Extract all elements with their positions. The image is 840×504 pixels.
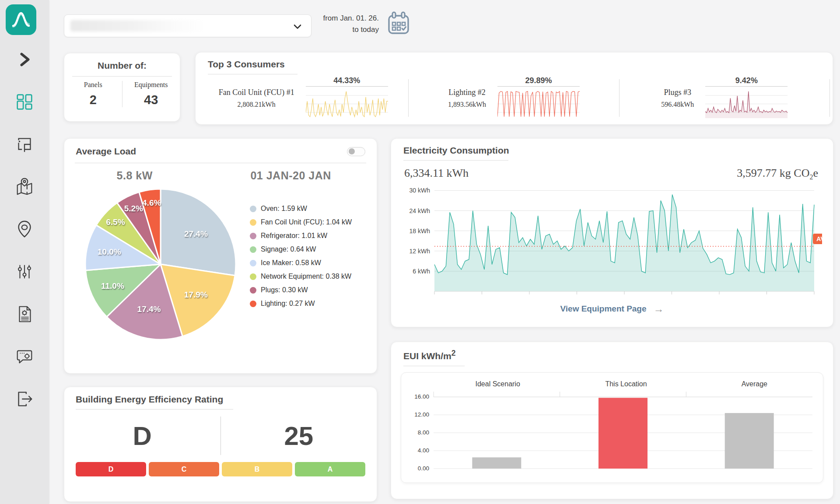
dashboard-page: from Jan. 01. 26. to today Number of: Pa… — [0, 0, 840, 504]
electricity-title: Electricity Consumption — [391, 139, 833, 156]
number-of-columns: Panels 2Equipments 43 — [64, 81, 180, 107]
divider — [403, 366, 465, 366]
pie-slice-label: 17.4% — [137, 304, 161, 314]
legend-item: Lighting: 0.27 kW — [250, 300, 352, 308]
rating-title: Building Energy Efficiency Rating — [64, 387, 377, 405]
number-of-title: Number of: — [64, 53, 180, 71]
eui-bar-chart-svg: 16.0012.008.004.000.00 — [406, 389, 819, 476]
consumer-value: 2,808.21kWh — [219, 101, 294, 108]
average-load-card: Average Load 5.8 kW 01 JAN-20 JAN 27.4%1… — [64, 138, 377, 374]
app-logo[interactable] — [6, 4, 36, 35]
eui-category-headers: Ideal ScenarioThis LocationAverage — [406, 379, 819, 389]
sidebar-item-support[interactable] — [10, 343, 38, 371]
legend-label: Network Equipment: 0.38 kW — [261, 273, 351, 280]
average-load-value: 5.8 kW — [117, 169, 153, 182]
rating-scale-bar: A — [295, 462, 365, 476]
chevron-down-icon — [293, 22, 302, 32]
pie-slice-label: 5.2% — [124, 204, 143, 213]
view-equipment-label: View Equipment Page — [560, 304, 646, 314]
calendar-icon — [386, 10, 411, 37]
number-of-item: Panels 2 — [64, 81, 122, 107]
floor-plan-icon — [14, 134, 35, 154]
sidebar-item-logout[interactable] — [10, 385, 38, 413]
chevron-right-icon — [14, 49, 35, 70]
legend-label: Plugs: 0.30 kW — [261, 286, 308, 294]
consumer-sparkline — [306, 87, 388, 118]
eui-bar-chart: 16.0012.008.004.000.00 — [406, 389, 819, 478]
eui-bar — [725, 413, 774, 469]
sidebar-item-floor-plan[interactable] — [10, 130, 38, 158]
consumer-name: Plugs #3 — [661, 88, 694, 97]
y-axis-tick-label: 12.00 — [414, 411, 429, 418]
legend-item: Plugs: 0.30 kW — [250, 286, 352, 294]
legend-item: Network Equipment: 0.38 kW — [250, 273, 352, 280]
sliders-icon — [14, 262, 35, 282]
legend-label: Signage: 0.64 kW — [261, 245, 316, 253]
divider — [75, 163, 366, 163]
divider — [76, 409, 233, 410]
location-pin-icon — [14, 219, 35, 239]
legend-dot — [250, 246, 256, 253]
y-axis-tick-label: 12 kWh — [410, 248, 430, 255]
pie-slice-label: 11.0% — [101, 281, 124, 290]
average-load-title: Average Load — [76, 146, 136, 157]
average-load-toggle[interactable] — [347, 147, 365, 156]
document-gear-icon — [14, 304, 35, 324]
pie-slice-label: 4.6% — [142, 198, 161, 207]
rating-scale: DCBA — [64, 459, 377, 476]
sidebar — [0, 0, 49, 504]
legend-dot — [250, 301, 256, 307]
consumer-item: Plugs #3 596.48kWh9.42% — [620, 74, 830, 122]
date-picker-button[interactable] — [386, 10, 411, 37]
building-select[interactable] — [64, 14, 312, 37]
legend-dot — [250, 233, 256, 239]
legend-label: Lighting: 0.27 kW — [261, 300, 315, 308]
rating-grade: D — [64, 421, 220, 451]
y-axis-tick-label: 0.00 — [418, 465, 429, 472]
eui-bar — [472, 458, 521, 469]
avg-badge-label: AVG — [816, 235, 822, 242]
sidebar-item-dashboard[interactable] — [10, 88, 38, 116]
top-consumers-card: Top 3 Consumers Fan Coil Unit (FCU) #1 2… — [195, 52, 833, 125]
y-axis-tick-label: 6 kWh — [413, 268, 430, 275]
logo-curve-icon — [10, 8, 32, 31]
sidebar-item-reports[interactable] — [10, 300, 38, 328]
divider — [830, 79, 830, 117]
rating-card: Building Energy Efficiency Rating D 25 D… — [64, 387, 377, 502]
eui-card: EUI kWh/m2 Ideal ScenarioThis LocationAv… — [391, 342, 833, 499]
number-of-item: Equipments 43 — [122, 81, 180, 107]
date-to: to today — [306, 24, 379, 35]
chat-gear-icon — [14, 346, 35, 367]
eui-chart-panel: Ideal ScenarioThis LocationAverage 16.00… — [401, 372, 823, 483]
consumer-item: Fan Coil Unit (FCU) #1 2,808.21kWh44.33% — [198, 74, 408, 122]
rating-score: 25 — [221, 421, 377, 451]
divider — [72, 76, 172, 77]
dashboard-grid-icon — [14, 92, 35, 112]
top-consumers-row: Fan Coil Unit (FCU) #1 2,808.21kWh44.33%… — [196, 74, 833, 122]
date-from: from Jan. 01. 26. — [306, 13, 379, 24]
legend-label: Fan Coil Unit (FCU): 1.04 kW — [261, 218, 352, 226]
y-axis-tick-label: 8.00 — [418, 429, 429, 436]
sidebar-item-settings[interactable] — [10, 258, 38, 286]
y-axis-tick-label: 24 kWh — [410, 207, 430, 214]
consumer-sparkline — [497, 87, 580, 118]
number-of-item-label: Equipments — [122, 81, 180, 89]
electricity-co2: 3,597.77 kg CO2e — [737, 167, 818, 181]
legend-dot — [250, 219, 256, 226]
electricity-card: Electricity Consumption 6,334.11 kWh 3,5… — [391, 138, 833, 327]
sidebar-item-map[interactable] — [10, 173, 38, 201]
view-equipment-link[interactable]: View Equipment Page → — [391, 304, 833, 314]
logout-icon — [14, 389, 35, 409]
consumer-sparkline — [705, 87, 788, 118]
sidebar-item-collapse[interactable] — [10, 46, 38, 74]
eui-category-label: Average — [690, 379, 819, 389]
consumer-percent: 9.42% — [705, 76, 788, 87]
pie-chart-svg: 27.4%17.9%17.4%11.0%10.0%6.5%5.2%4.6% — [83, 186, 238, 342]
sidebar-item-location[interactable] — [10, 215, 38, 243]
eui-title: EUI kWh/m2 — [391, 342, 833, 361]
rating-scale-bar: D — [76, 462, 146, 476]
legend-label: Ice Maker: 0.58 kW — [261, 259, 321, 267]
eui-category-label: Ideal Scenario — [434, 379, 562, 389]
y-axis-tick-label: 16.00 — [414, 393, 429, 400]
legend-item: Refrigerator: 1.01 kW — [250, 232, 352, 240]
